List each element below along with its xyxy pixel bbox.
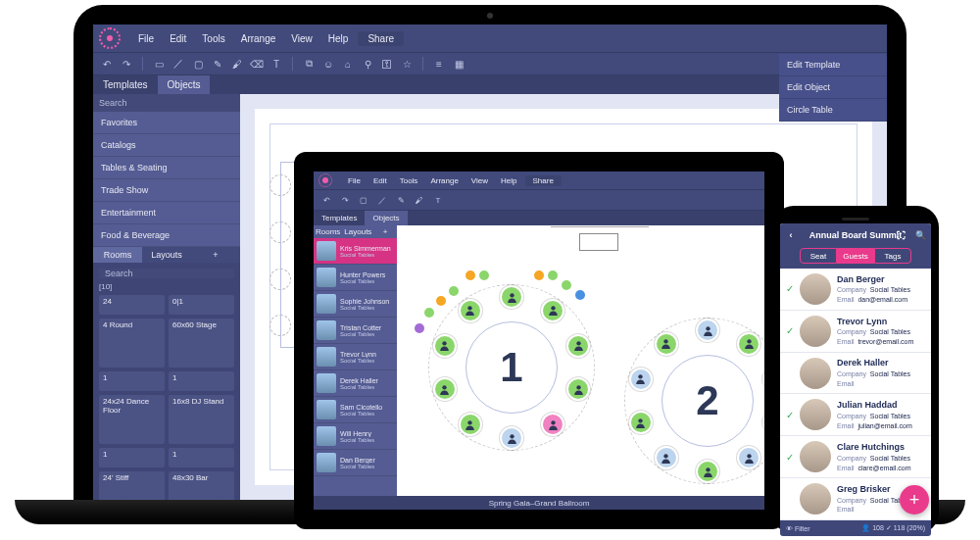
room-card[interactable]: 0|1 [169, 295, 234, 315]
guest-item[interactable]: Trevor Lynn Social Tables [314, 344, 397, 370]
sidebar-search[interactable]: Search [93, 94, 240, 112]
room-card[interactable]: 60x60 Stage [169, 319, 234, 368]
phone-guest-item[interactable]: Derek Haller Company Social Tables Email [780, 353, 931, 395]
undo-icon[interactable]: ↶ [99, 56, 115, 72]
expand-icon[interactable]: ⛶ [890, 223, 911, 247]
tab-templates[interactable]: Templates [93, 75, 158, 94]
brush-icon[interactable]: 🖌 [229, 56, 245, 72]
menu-arrange[interactable]: Arrange [235, 31, 282, 46]
guest-item[interactable]: Derek Haller Social Tables [314, 370, 397, 397]
segment-guests[interactable]: Guests [837, 248, 874, 264]
subtab-rooms[interactable]: Rooms [93, 247, 142, 263]
seat[interactable] [433, 334, 457, 358]
sidebar-item-food[interactable]: Food & Beverage [93, 224, 240, 247]
seat[interactable] [737, 332, 760, 356]
app-logo-icon[interactable] [318, 173, 332, 187]
t-subtab-layouts[interactable]: Layouts [342, 225, 373, 238]
add-guest-button[interactable]: + [900, 485, 929, 515]
line-icon[interactable]: ／ [374, 192, 390, 208]
ctx-edit-template[interactable]: Edit Template [779, 54, 887, 76]
t-menu-help[interactable]: Help [496, 175, 521, 186]
ctx-edit-object[interactable]: Edit Object [779, 76, 887, 99]
segment-seat[interactable]: Seat [800, 248, 837, 264]
t-menu-edit[interactable]: Edit [368, 175, 392, 186]
menu-file[interactable]: File [132, 31, 160, 46]
room-card[interactable]: 24' Stiff [99, 471, 165, 500]
seat[interactable] [655, 332, 678, 356]
room-search[interactable]: Search [99, 269, 234, 278]
room-card[interactable]: 1 [169, 371, 234, 391]
guest-item[interactable]: Tristan Cotter Social Tables [314, 318, 397, 344]
room-card[interactable]: 16x8 DJ Stand [169, 395, 234, 444]
menu-edit[interactable]: Edit [164, 31, 192, 46]
text-icon[interactable]: T [269, 56, 284, 72]
seat[interactable] [696, 319, 719, 342]
phone-guest-item[interactable]: ✓ Julian Haddad Company Social Tables Em… [780, 394, 931, 436]
subtab-layouts[interactable]: Layouts [142, 247, 191, 263]
room-card[interactable]: 1 [169, 448, 234, 467]
text-icon[interactable]: T [430, 192, 446, 208]
sidebar-item-catalogs[interactable]: Catalogs [93, 134, 240, 157]
line-icon[interactable]: ／ [171, 56, 186, 72]
guest-item[interactable]: Dan Berger Social Tables [314, 450, 397, 476]
seat[interactable] [655, 446, 678, 469]
menu-tools[interactable]: Tools [196, 31, 230, 46]
pointer-icon[interactable]: ▭ [151, 56, 167, 72]
t-menu-view[interactable]: View [466, 175, 493, 186]
filter-button[interactable]: 👁 Filter [786, 525, 810, 532]
t-tab-objects[interactable]: Objects [365, 211, 407, 225]
tag-icon[interactable]: ⌂ [340, 56, 356, 72]
app-logo-icon[interactable] [99, 27, 121, 49]
redo-icon[interactable]: ↷ [119, 56, 134, 72]
undo-icon[interactable]: ↶ [318, 192, 334, 208]
sidebar-item-entertainment[interactable]: Entertainment [93, 202, 240, 224]
projector-icon[interactable] [579, 233, 618, 251]
subtab-add[interactable]: + [191, 247, 240, 263]
seat[interactable] [500, 285, 523, 309]
t-share-button[interactable]: Share [525, 175, 562, 186]
guest-item[interactable]: Kris Simmerman Social Tables [314, 238, 397, 265]
phone-guest-item[interactable]: ✓ Clare Hutchings Company Social Tables … [780, 436, 931, 478]
menu-help[interactable]: Help [322, 31, 355, 46]
seat[interactable] [459, 299, 482, 322]
tab-objects[interactable]: Objects [158, 75, 211, 94]
search-icon[interactable]: 🔍 [909, 223, 931, 247]
room-card[interactable]: 4 Round [99, 319, 165, 368]
t-subtab-rooms[interactable]: Rooms [314, 225, 342, 238]
seat[interactable] [629, 368, 653, 391]
pencil-icon[interactable]: ✎ [393, 192, 409, 208]
t-menu-tools[interactable]: Tools [395, 175, 423, 186]
pin-icon[interactable]: ⚲ [360, 56, 375, 72]
sidebar-item-favorites[interactable]: Favorites [93, 112, 240, 134]
sidebar-item-tradeshow[interactable]: Trade Show [93, 179, 240, 202]
guest-item[interactable]: Sam Cicotello Social Tables [314, 397, 397, 423]
segment-tags[interactable]: Tags [874, 248, 911, 264]
rect-icon[interactable]: ▢ [356, 192, 371, 208]
ctx-circle-table[interactable]: Circle Table [779, 99, 887, 122]
lock-icon[interactable]: ⚿ [379, 56, 395, 72]
pencil-icon[interactable]: ✎ [210, 56, 225, 72]
eraser-icon[interactable]: ⌫ [249, 56, 265, 72]
guest-item[interactable]: Will Henry Social Tables [314, 423, 397, 450]
seat[interactable] [433, 377, 457, 401]
menu-view[interactable]: View [285, 31, 318, 46]
star-icon[interactable]: ☆ [399, 56, 415, 72]
seat[interactable] [629, 411, 653, 434]
room-card[interactable]: 1 [99, 371, 165, 391]
back-button[interactable]: ‹ [780, 223, 802, 247]
people-icon[interactable]: ☺ [320, 56, 336, 72]
phone-guest-item[interactable]: ✓ Trevor Lynn Company Social Tables Emai… [780, 311, 931, 353]
t-menu-arrange[interactable]: Arrange [425, 175, 463, 186]
grid-icon[interactable]: ▦ [451, 56, 466, 72]
t-tab-templates[interactable]: Templates [314, 211, 365, 225]
t-floorplan-canvas[interactable]: 1 2 [397, 225, 764, 496]
guest-item[interactable]: Sophie Johnson Social Tables [314, 291, 397, 318]
t-subtab-add[interactable]: + [373, 225, 397, 238]
phone-guest-item[interactable]: ✓ Dan Berger Company Social Tables Email… [780, 269, 931, 311]
t-menu-file[interactable]: File [343, 175, 366, 186]
room-card[interactable]: 24x24 Dance Floor [99, 395, 165, 444]
rect-icon[interactable]: ▢ [190, 56, 206, 72]
redo-icon[interactable]: ↷ [337, 192, 353, 208]
seat[interactable] [541, 299, 564, 322]
guest-item[interactable]: Hunter Powers Social Tables [314, 265, 397, 291]
